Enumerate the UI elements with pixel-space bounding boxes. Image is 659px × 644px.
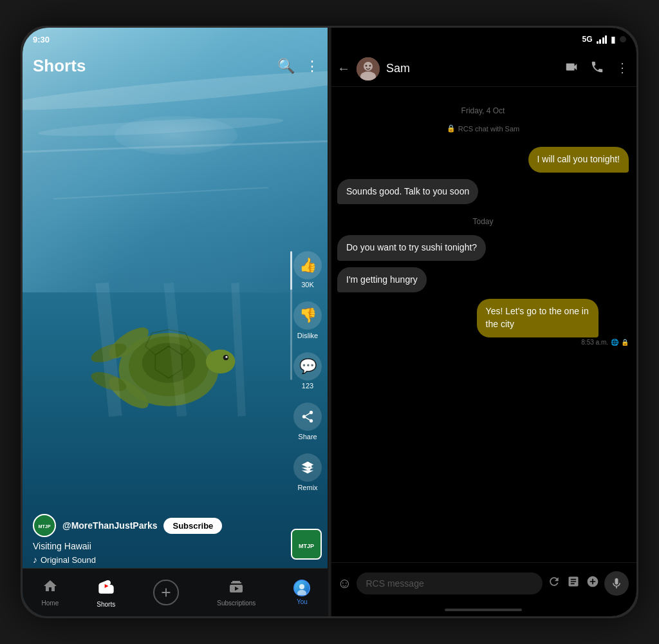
svg-text:MTJP: MTJP (38, 524, 50, 529)
rcs-badge: 🔒 RCS chat with Sam (337, 124, 629, 133)
time-display: 9:30 (33, 35, 50, 44)
comment-icon: 💬 (293, 352, 322, 381)
svg-point-26 (366, 64, 367, 66)
dislike-button[interactable]: 👎 Dislike (293, 301, 322, 339)
home-label: Home (42, 600, 59, 607)
svg-line-14 (235, 283, 241, 416)
channel-row: MTJP @MoreThanJustParks Subscribe (33, 514, 284, 537)
nav-you[interactable]: You (293, 580, 310, 605)
subscribe-button[interactable]: Subscribe (163, 518, 222, 534)
comment-count: 123 (302, 382, 313, 390)
message-input[interactable]: RCS message (357, 573, 543, 594)
sound-info: ♪ Original Sound (33, 554, 284, 565)
fold-line (328, 28, 331, 616)
search-icon[interactable]: 🔍 (277, 58, 295, 75)
message-sent-2: Yes! Let's go to the one in the city (477, 299, 599, 337)
voice-button[interactable] (604, 571, 629, 596)
read-receipt-icon: 🌐 (611, 339, 618, 346)
like-icon: 👍 (293, 251, 322, 279)
lock-icon: 🔒 (621, 339, 629, 346)
like-button[interactable]: 👍 30K (293, 251, 322, 289)
subscriptions-icon (228, 578, 244, 598)
channel-thumbnail[interactable]: MTJP (291, 529, 322, 560)
date-separator-friday: Friday, 4 Oct (337, 106, 629, 115)
remix-icon (293, 453, 322, 482)
share-icon (293, 402, 322, 431)
header-action-icons: ⋮ (564, 60, 629, 77)
remix-button[interactable]: Remix (293, 453, 322, 491)
message-received-2: Do you want to try sushi tonight? (337, 235, 486, 261)
phone-call-icon[interactable] (590, 60, 604, 77)
svg-point-2 (142, 343, 195, 383)
subscriptions-label: Subscriptions (217, 600, 255, 607)
status-bar-left: 9:30 (23, 28, 330, 51)
nav-home[interactable]: Home (42, 578, 59, 607)
home-bar (445, 609, 522, 611)
sound-label: Original Sound (41, 555, 96, 565)
svg-point-5 (205, 350, 234, 374)
message-sent-1: I will call you tonight! (528, 147, 629, 173)
attach-icon[interactable] (567, 575, 580, 591)
dislike-icon: 👎 (293, 301, 322, 330)
like-count: 30K (301, 281, 314, 289)
more-options-icon[interactable]: ⋮ (616, 60, 629, 77)
svg-point-21 (299, 584, 304, 589)
video-call-icon[interactable] (564, 60, 579, 77)
messages-list: Friday, 4 Oct 🔒 RCS chat with Sam I will… (330, 87, 636, 562)
status-bar-right: 5G ▮ (330, 28, 636, 51)
more-options-icon[interactable]: ⋮ (305, 58, 319, 75)
remix-label: Remix (297, 484, 317, 491)
back-button[interactable]: ← (337, 61, 350, 76)
signal-bar-4 (605, 35, 607, 44)
battery-icon: ▮ (611, 34, 616, 44)
camera-dot (620, 36, 626, 43)
you-label: You (297, 598, 308, 605)
nav-subscriptions[interactable]: Subscriptions (217, 578, 255, 607)
refresh-icon[interactable] (548, 575, 561, 591)
signal-text: 5G (582, 35, 592, 44)
message-received-3: I'm getting hungry (337, 267, 427, 293)
scroll-indicator (290, 251, 292, 380)
shorts-nav-label: Shorts (97, 601, 115, 608)
svg-line-12 (102, 283, 115, 416)
signal-bars (597, 35, 608, 44)
add-icon (153, 580, 179, 605)
you-avatar (293, 580, 310, 596)
bottom-navigation: Home Shorts (23, 568, 330, 616)
contact-avatar (357, 57, 380, 80)
share-label: Share (298, 433, 317, 440)
svg-point-27 (369, 64, 371, 66)
shorts-nav-icon (97, 577, 115, 599)
home-icon (42, 578, 58, 598)
video-info: MTJP @MoreThanJustParks Subscribe Visiti… (33, 514, 284, 565)
date-separator-today: Today (337, 217, 629, 226)
right-panel-messages: 5G ▮ ← (330, 28, 636, 616)
shorts-title: Shorts (33, 56, 277, 76)
foldable-phone: 9:30 Shorts 🔍 ⋮ 👍 30K 👎 Dislike (21, 26, 638, 618)
nav-shorts[interactable]: Shorts (97, 577, 115, 608)
message-received-1: Sounds good. Talk to you soon (337, 179, 478, 205)
messages-header: ← Sam (330, 51, 636, 87)
message-action-icons (548, 575, 599, 591)
signal-bar-1 (597, 41, 599, 44)
music-note-icon: ♪ (33, 554, 37, 565)
comment-button[interactable]: 💬 123 (293, 352, 322, 390)
channel-avatar: MTJP (33, 514, 56, 537)
video-title: Visiting Hawaii (33, 541, 284, 551)
add-icon[interactable] (586, 575, 599, 591)
shorts-header: Shorts 🔍 ⋮ (23, 51, 330, 81)
input-placeholder: RCS message (366, 578, 423, 589)
last-sent-message-group: Yes! Let's go to the one in the city 8:5… (477, 299, 629, 345)
svg-point-7 (225, 356, 227, 358)
turtle-visual (69, 234, 268, 498)
left-panel-youtube: 9:30 Shorts 🔍 ⋮ 👍 30K 👎 Dislike (23, 28, 330, 616)
emoji-button[interactable]: ☺ (337, 575, 351, 592)
channel-name: @MoreThanJustParks (62, 520, 157, 531)
action-buttons: 👍 30K 👎 Dislike 💬 123 Share (293, 251, 322, 491)
message-input-area: ☺ RCS message (330, 562, 636, 603)
nav-add[interactable] (153, 580, 179, 605)
share-button[interactable]: Share (293, 402, 322, 440)
signal-bar-3 (602, 37, 604, 44)
message-timestamp: 8:53 a.m. 🌐 🔒 (477, 339, 629, 346)
dislike-label: Dislike (297, 332, 318, 339)
